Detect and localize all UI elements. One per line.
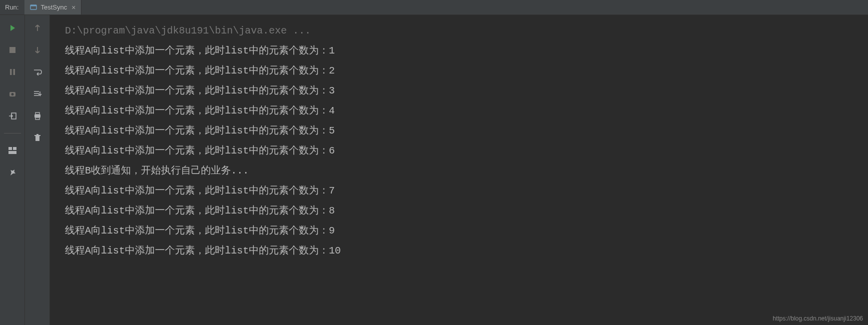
console-line: 线程A向list中添加一个元素，此时list中的元素个数为：6 <box>65 141 868 161</box>
svg-rect-4 <box>13 69 15 75</box>
console-line: 线程A向list中添加一个元素，此时list中的元素个数为：8 <box>65 201 868 221</box>
primary-toolbar <box>0 15 25 325</box>
svg-rect-10 <box>8 151 16 154</box>
svg-rect-2 <box>9 47 15 53</box>
console-line: 线程A向list中添加一个元素，此时list中的元素个数为：10 <box>65 241 868 261</box>
tab-label: TestSync <box>40 4 67 11</box>
clear-all-button[interactable] <box>31 132 43 144</box>
svg-rect-1 <box>30 5 36 6</box>
console-line: 线程A向list中添加一个元素，此时list中的元素个数为：9 <box>65 221 868 241</box>
run-tab[interactable]: TestSync × <box>24 0 81 14</box>
console-line: 线程A向list中添加一个元素，此时list中的元素个数为：1 <box>65 41 868 61</box>
svg-rect-9 <box>13 147 16 150</box>
run-tool-header: Run: TestSync × <box>0 0 868 15</box>
svg-point-6 <box>11 93 13 96</box>
watermark-text: https://blog.csdn.net/jisuanji12306 <box>773 315 863 322</box>
down-stack-button[interactable] <box>31 44 43 56</box>
console-line: 线程A向list中添加一个元素，此时list中的元素个数为：5 <box>65 121 868 141</box>
svg-rect-16 <box>36 134 38 135</box>
exit-button[interactable] <box>6 110 18 122</box>
run-body: D:\program\java\jdk8u191\bin\java.exe ..… <box>0 15 868 325</box>
pause-button[interactable] <box>6 66 18 78</box>
console-line: 线程A向list中添加一个元素，此时list中的元素个数为：7 <box>65 181 868 201</box>
dump-threads-button[interactable] <box>6 88 18 100</box>
svg-rect-13 <box>35 118 39 120</box>
toolbar-separator <box>4 133 21 134</box>
run-label: Run: <box>0 0 24 14</box>
pin-button[interactable] <box>6 166 18 178</box>
scroll-to-end-button[interactable] <box>31 88 43 100</box>
svg-rect-15 <box>34 135 40 136</box>
svg-rect-12 <box>34 114 40 118</box>
console-line: 线程A向list中添加一个元素，此时list中的元素个数为：3 <box>65 81 868 101</box>
svg-rect-3 <box>10 69 12 75</box>
layout-button[interactable] <box>6 144 18 156</box>
rerun-button[interactable] <box>6 22 18 34</box>
run-config-icon <box>29 4 37 12</box>
console-line: D:\program\java\jdk8u191\bin\java.exe ..… <box>65 21 868 41</box>
console-line: 线程B收到通知，开始执行自己的业务... <box>65 161 868 181</box>
console-line: 线程A向list中添加一个元素，此时list中的元素个数为：4 <box>65 101 868 121</box>
secondary-toolbar <box>25 15 50 325</box>
close-icon[interactable]: × <box>70 4 77 12</box>
console-output[interactable]: D:\program\java\jdk8u191\bin\java.exe ..… <box>50 15 868 325</box>
up-stack-button[interactable] <box>31 22 43 34</box>
svg-rect-11 <box>35 112 39 114</box>
svg-rect-14 <box>35 136 39 141</box>
soft-wrap-button[interactable] <box>31 66 43 78</box>
svg-rect-8 <box>8 147 12 150</box>
console-line: 线程A向list中添加一个元素，此时list中的元素个数为：2 <box>65 61 868 81</box>
print-button[interactable] <box>31 110 43 122</box>
stop-button[interactable] <box>6 44 18 56</box>
